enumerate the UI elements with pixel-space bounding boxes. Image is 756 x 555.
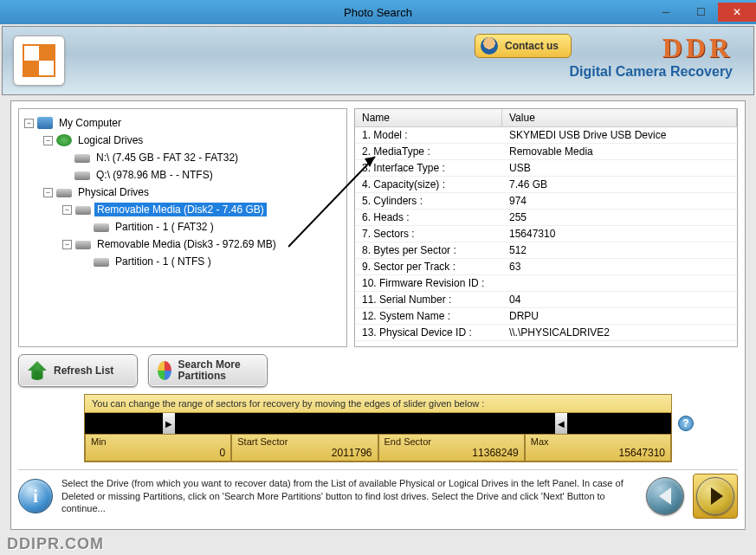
titlebar: Photo Search ─ ☐ ✕ xyxy=(0,0,756,24)
table-row[interactable]: 8. Bytes per Sector :512 xyxy=(355,242,737,259)
prop-name: 2. MediaType : xyxy=(355,144,502,159)
drive-icon xyxy=(94,223,109,232)
refresh-icon xyxy=(28,361,47,380)
prop-value: SKYMEDI USB Drive USB Device xyxy=(502,127,737,143)
prop-value: 974 xyxy=(502,193,737,209)
refresh-list-button[interactable]: Refresh List xyxy=(18,354,138,387)
physical-drive-selected[interactable]: Removable Media (Disk2 - 7.46 GB) xyxy=(94,203,267,216)
prop-name: 8. Bytes per Sector : xyxy=(355,242,502,258)
table-header: Name Value xyxy=(355,109,737,127)
app-logo xyxy=(13,35,65,86)
prop-name: 11. Serial Number : xyxy=(355,292,502,307)
refresh-label: Refresh List xyxy=(54,365,113,377)
window-title: Photo Search xyxy=(344,6,412,19)
app-header: Contact us DDR Digital Camera Recovery xyxy=(2,26,754,95)
expander-icon[interactable]: − xyxy=(62,240,72,249)
drive-icon xyxy=(56,189,72,197)
table-row[interactable]: 4. Capacity(size) :7.46 GB xyxy=(355,177,737,193)
physical-drive-item[interactable]: Removable Media (Disk3 - 972.69 MB) xyxy=(94,237,279,251)
search-more-partitions-button[interactable]: Search More Partitions xyxy=(148,354,268,387)
drive-icon xyxy=(94,258,109,267)
prop-value: 7.46 GB xyxy=(502,177,737,192)
logical-drive-item[interactable]: N:\ (7.45 GB - FAT 32 - FAT32) xyxy=(94,151,241,165)
drive-icon xyxy=(74,171,90,180)
prop-value: 512 xyxy=(502,242,737,258)
table-row[interactable]: 5. Cylinders :974 xyxy=(355,193,737,210)
table-row[interactable]: 10. Firmware Revision ID : xyxy=(355,275,737,292)
prop-name: 13. Physical Device ID : xyxy=(355,325,502,340)
expander-icon[interactable]: − xyxy=(62,205,72,215)
drive-icon xyxy=(74,154,90,163)
drive-icon xyxy=(75,206,91,215)
col-header-name[interactable]: Name xyxy=(355,109,502,126)
prop-value: USB xyxy=(502,160,737,176)
prop-name: 7. Sectors : xyxy=(355,226,502,242)
drive-tree[interactable]: −My Computer −Logical Drives N:\ (7.45 G… xyxy=(18,108,347,347)
prop-name: 9. Sector per Track : xyxy=(355,259,502,274)
prop-name: 10. Firmware Revision ID : xyxy=(355,275,502,291)
prop-name: 5. Cylinders : xyxy=(355,193,502,209)
partition-item[interactable]: Partition - 1 ( NTFS ) xyxy=(113,255,214,268)
brand-subtitle: Digital Camera Recovery xyxy=(569,64,733,80)
prop-name: 12. System Name : xyxy=(355,308,502,324)
close-button[interactable]: ✕ xyxy=(718,3,756,22)
expander-icon[interactable]: − xyxy=(24,119,34,128)
table-row[interactable]: 6. Heads :255 xyxy=(355,210,737,226)
info-icon: i xyxy=(18,479,53,513)
help-icon[interactable]: ? xyxy=(678,416,694,431)
tree-root[interactable]: My Computer xyxy=(56,116,124,130)
table-row[interactable]: 3. Interface Type :USB xyxy=(355,160,737,177)
drive-icon xyxy=(75,241,91,249)
globe-icon xyxy=(56,134,72,146)
physical-drives-node[interactable]: Physical Drives xyxy=(75,185,152,199)
table-row[interactable]: 12. System Name :DRPU xyxy=(355,308,737,325)
footer-instructions: Select the Drive (from which you want to… xyxy=(61,477,637,516)
table-row[interactable]: 11. Serial Number :04 xyxy=(355,292,737,308)
search-more-label: Search More Partitions xyxy=(178,359,258,382)
prop-value: \\.\PHYSICALDRIVE2 xyxy=(502,325,737,340)
brand-logo-text: DDR xyxy=(569,32,733,64)
prop-name: 3. Interface Type : xyxy=(355,160,502,176)
range-end: End Sector11368249 xyxy=(378,434,525,461)
sector-slider[interactable]: ▶ ◀ xyxy=(85,413,671,434)
table-row[interactable]: 13. Physical Device ID :\\.\PHYSICALDRIV… xyxy=(355,325,737,341)
expander-icon[interactable]: − xyxy=(43,188,53,197)
logical-drives-node[interactable]: Logical Drives xyxy=(75,133,145,147)
maximize-button[interactable]: ☐ xyxy=(683,3,718,22)
table-row[interactable]: 7. Sectors :15647310 xyxy=(355,226,737,242)
range-min: Min0 xyxy=(85,434,231,461)
slider-handle-start[interactable]: ▶ xyxy=(163,413,175,434)
minimize-button[interactable]: ─ xyxy=(649,3,683,22)
logical-drive-item[interactable]: Q:\ (978.96 MB - - NTFS) xyxy=(94,168,216,182)
prop-value: 63 xyxy=(502,259,737,274)
table-row[interactable]: 9. Sector per Track :63 xyxy=(355,259,737,275)
back-button[interactable] xyxy=(646,477,684,515)
range-start: Start Sector2011796 xyxy=(231,434,378,461)
contact-us-button[interactable]: Contact us xyxy=(475,34,572,58)
computer-icon xyxy=(37,117,53,129)
next-button[interactable] xyxy=(696,477,734,515)
prop-value: 15647310 xyxy=(502,226,737,242)
partition-icon xyxy=(158,361,171,380)
slider-handle-end[interactable]: ◀ xyxy=(555,413,567,434)
expander-icon[interactable]: − xyxy=(43,136,53,145)
main-frame: −My Computer −Logical Drives N:\ (7.45 G… xyxy=(10,100,746,530)
prop-value: DRPU xyxy=(502,308,737,324)
col-header-value[interactable]: Value xyxy=(502,109,737,126)
partition-item[interactable]: Partition - 1 ( FAT32 ) xyxy=(113,220,216,234)
table-row[interactable]: 1. Model :SKYMEDI USB Drive USB Device xyxy=(355,127,737,144)
range-max: Max15647310 xyxy=(525,434,671,461)
sector-range-selector: You can change the range of sectors for … xyxy=(84,394,672,462)
prop-name: 1. Model : xyxy=(355,127,502,143)
prop-value: Removable Media xyxy=(502,144,737,159)
properties-table: Name Value 1. Model :SKYMEDI USB Drive U… xyxy=(354,108,738,347)
contact-label: Contact us xyxy=(505,40,559,52)
range-hint: You can change the range of sectors for … xyxy=(85,395,671,413)
prop-name: 4. Capacity(size) : xyxy=(355,177,502,192)
prop-value xyxy=(502,275,737,291)
brand-block: DDR Digital Camera Recovery xyxy=(569,32,733,80)
table-row[interactable]: 2. MediaType :Removable Media xyxy=(355,144,737,160)
watermark: DDIPR.COM xyxy=(7,535,104,553)
prop-value: 04 xyxy=(502,292,737,307)
prop-name: 6. Heads : xyxy=(355,210,502,225)
